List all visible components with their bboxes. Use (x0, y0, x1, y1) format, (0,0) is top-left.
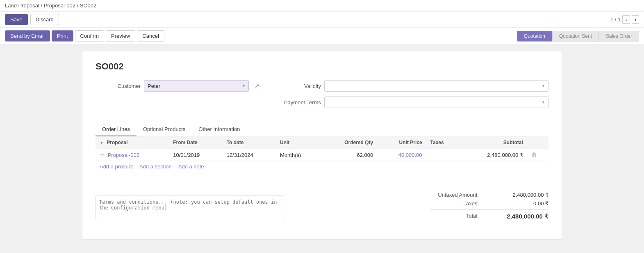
prev-page-button[interactable]: ‹ (622, 15, 630, 24)
pagination: 1 / 1 ‹ › (610, 15, 639, 24)
action-bar: Send by Email Print Confirm Preview Canc… (0, 28, 644, 44)
document-card: SO002 Customer ▼ ↗ Validity (82, 51, 562, 240)
col-actions (527, 136, 548, 149)
validity-select[interactable] (324, 80, 548, 92)
form-right: Validity Payment Terms (276, 80, 548, 113)
total-label: Total: (430, 213, 479, 220)
col-unit: Unit (276, 136, 321, 149)
totals-section: Untaxed Amount: 2,480,000.00 ₹ Taxes: 0.… (96, 184, 548, 221)
payment-terms-label: Payment Terms (276, 99, 321, 106)
taxes-value: 0.00 ₹ (495, 200, 548, 207)
col-taxes: Taxes (426, 136, 460, 149)
breadcrumb: Land Proposal / Proposal-002 / SO002 (0, 0, 644, 12)
drag-handle-icon[interactable]: ✛ (100, 152, 105, 158)
add-section-link[interactable]: Add a section (139, 163, 172, 170)
col-from-date: From Date (169, 136, 222, 149)
bottom-section: Untaxed Amount: 2,480,000.00 ₹ Taxes: 0.… (96, 179, 548, 226)
row-unit-price: 40,000.00 (377, 149, 426, 161)
payment-terms-select-wrapper (324, 97, 548, 108)
totals-table: Untaxed Amount: 2,480,000.00 ₹ Taxes: 0.… (430, 191, 548, 221)
untaxed-label: Untaxed Amount: (430, 192, 479, 198)
tab-order-lines[interactable]: Order Lines (96, 123, 137, 136)
customer-external-link-icon[interactable]: ↗ (255, 83, 259, 89)
customer-input[interactable] (144, 80, 249, 92)
tabs: Order Lines Optional Products Other Info… (96, 123, 548, 136)
col-ordered-qty: Ordered Qty (321, 136, 377, 149)
untaxed-row: Untaxed Amount: 2,480,000.00 ₹ (430, 191, 548, 199)
taxes-label: Taxes: (430, 200, 479, 207)
validity-select-wrapper (324, 80, 548, 92)
col-unit-price: Unit Price (377, 136, 426, 149)
col-proposal: ▼ Proposal (96, 136, 169, 149)
order-table: ▼ Proposal From Date To date Unit Ordere… (96, 136, 548, 161)
customer-label: Customer (96, 83, 141, 89)
row-delete: 🗑 (527, 149, 548, 161)
payment-terms-select[interactable] (324, 97, 548, 108)
add-links: Add a product Add a section Add a note (96, 161, 548, 172)
form-section: Customer ▼ ↗ Validity (96, 80, 548, 113)
form-left: Customer ▼ ↗ (96, 80, 259, 113)
save-button[interactable]: Save (5, 14, 28, 25)
delete-row-icon[interactable]: 🗑 (531, 152, 537, 158)
customer-row: Customer ▼ ↗ (96, 80, 259, 92)
row-proposal: ✛ Proposal-002 (96, 149, 169, 161)
row-taxes (426, 149, 460, 161)
table-row: ✛ Proposal-002 10/01/2019 12/31/2024 Mon… (96, 149, 548, 161)
add-note-link[interactable]: Add a note (178, 163, 204, 170)
status-sales-order[interactable]: Sales Order (599, 31, 639, 41)
document-title: SO002 (96, 61, 548, 72)
add-product-link[interactable]: Add a product (100, 163, 133, 170)
row-from-date: 10/01/2019 (169, 149, 222, 161)
tab-optional-products[interactable]: Optional Products (137, 123, 192, 136)
totals-divider (430, 209, 548, 210)
send-email-button[interactable]: Send by Email (5, 30, 50, 41)
unit-price-link[interactable]: 40,000.00 (398, 152, 422, 158)
terms-textarea[interactable] (96, 196, 284, 220)
tab-other-information[interactable]: Other Information (192, 123, 246, 136)
sort-icon[interactable]: ▼ (100, 140, 104, 145)
col-subtotal: Subtotal (460, 136, 527, 149)
taxes-row: Taxes: 0.00 ₹ (430, 199, 548, 208)
row-to-date: 12/31/2024 (223, 149, 276, 161)
row-subtotal: 2,480,000.00 ₹ (460, 149, 527, 161)
top-action-row: Save Discard 1 / 1 ‹ › (0, 12, 644, 28)
customer-field-wrapper: ▼ (144, 80, 249, 92)
total-row: Total: 2,480,000.00 ₹ (430, 212, 548, 221)
col-to-date: To date (223, 136, 276, 149)
cancel-button[interactable]: Cancel (137, 30, 164, 41)
main-content: SO002 Customer ▼ ↗ Validity (0, 44, 644, 246)
payment-terms-row: Payment Terms (276, 97, 548, 108)
validity-label: Validity (276, 83, 321, 89)
status-bar: Quotation Quotation Sent Sales Order (517, 31, 639, 41)
confirm-button[interactable]: Confirm (75, 30, 105, 41)
print-button[interactable]: Print (52, 30, 73, 41)
row-ordered-qty: 62.000 (321, 149, 377, 161)
preview-button[interactable]: Preview (106, 30, 135, 41)
validity-row: Validity (276, 80, 548, 92)
terms-section (96, 196, 284, 221)
untaxed-value: 2,480,000.00 ₹ (495, 192, 548, 198)
status-quotation[interactable]: Quotation (517, 31, 552, 41)
status-quotation-sent[interactable]: Quotation Sent (552, 31, 599, 41)
discard-button[interactable]: Discard (30, 14, 59, 25)
row-unit: Month(s) (276, 149, 321, 161)
total-value: 2,480,000.00 ₹ (495, 213, 548, 220)
proposal-link[interactable]: Proposal-002 (108, 152, 139, 158)
next-page-button[interactable]: › (632, 15, 639, 24)
